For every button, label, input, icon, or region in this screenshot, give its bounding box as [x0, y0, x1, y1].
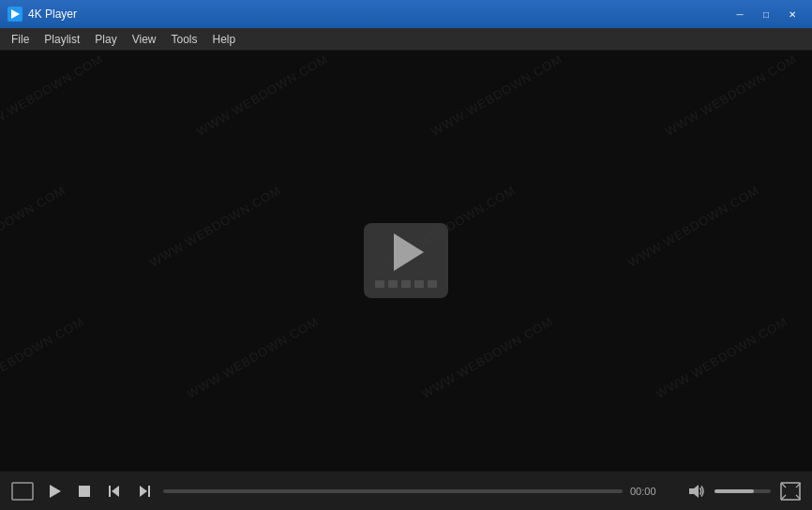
close-button[interactable]: ✕ — [780, 5, 804, 23]
controls-bar: 00:00 — [0, 471, 812, 510]
app-title: 4K Player — [28, 8, 77, 21]
time-display: 00:00 — [630, 486, 677, 497]
svg-marker-9 — [689, 485, 699, 498]
svg-rect-4 — [79, 486, 90, 497]
next-button[interactable] — [133, 480, 156, 502]
volume-button[interactable] — [684, 480, 707, 502]
menu-item-playlist[interactable]: Playlist — [37, 31, 87, 48]
title-bar-controls: ─ □ ✕ — [728, 5, 804, 23]
svg-rect-6 — [109, 486, 111, 497]
film-dot — [388, 280, 398, 288]
menu-item-play[interactable]: Play — [87, 31, 124, 48]
menu-item-view[interactable]: View — [125, 31, 164, 48]
film-dot — [414, 280, 424, 288]
fullscreen-button[interactable] — [778, 480, 803, 502]
film-dot — [428, 280, 437, 288]
aspect-ratio-button[interactable] — [9, 480, 36, 502]
title-bar: 4K Player ─ □ ✕ — [0, 0, 812, 28]
maximize-button[interactable]: □ — [754, 5, 778, 23]
center-play-icon — [364, 223, 448, 298]
menu-item-help[interactable]: Help — [205, 31, 244, 48]
film-dot — [375, 280, 384, 288]
film-strip — [375, 280, 437, 288]
video-area[interactable]: WWW.WEBDOWN.COM WWW.WEBDOWN.COM WWW.WEBD… — [0, 51, 812, 471]
menu-item-file[interactable]: File — [4, 31, 37, 48]
svg-marker-7 — [140, 486, 147, 497]
volume-bar-fill — [714, 489, 754, 493]
svg-rect-8 — [148, 486, 150, 497]
minimize-button[interactable]: ─ — [728, 5, 752, 23]
stop-button[interactable] — [73, 480, 96, 502]
film-dot — [401, 280, 411, 288]
svg-marker-3 — [50, 485, 61, 498]
svg-marker-5 — [112, 486, 119, 497]
volume-bar[interactable] — [714, 489, 771, 493]
svg-rect-2 — [12, 483, 33, 500]
menu-item-tools[interactable]: Tools — [164, 31, 205, 48]
play-button[interactable] — [43, 480, 66, 502]
title-bar-left: 4K Player — [8, 7, 77, 22]
previous-button[interactable] — [103, 480, 126, 502]
app-icon — [8, 7, 23, 22]
seek-bar[interactable] — [163, 489, 623, 493]
menu-bar: File Playlist Play View Tools Help — [0, 28, 812, 51]
play-triangle-icon — [394, 233, 424, 271]
